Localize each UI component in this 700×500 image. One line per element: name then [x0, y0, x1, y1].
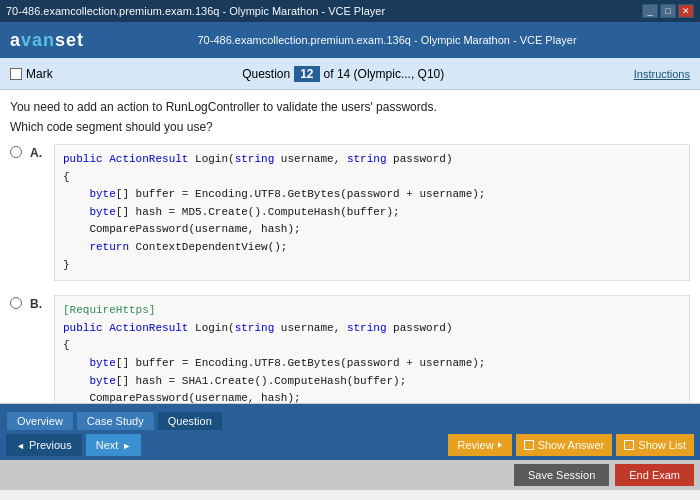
option-a-code: public ActionResult Login(string usernam… — [54, 144, 690, 281]
header-bar: avanset 70-486.examcollection.premium.ex… — [0, 22, 700, 58]
option-a: A. public ActionResult Login(string user… — [10, 144, 690, 281]
option-a-radio[interactable] — [10, 146, 22, 158]
review-arrow-icon — [498, 442, 502, 448]
review-label: Review — [458, 439, 494, 451]
question-text-line1: You need to add an action to RunLogContr… — [10, 98, 690, 116]
option-b-code: [RequireHttps] public ActionResult Login… — [54, 295, 690, 404]
show-list-button[interactable]: Show List — [616, 434, 694, 456]
nav-row: Previous Next Review Show Answer Show Li… — [0, 430, 700, 460]
question-nav: Question 12 of 14 (Olympic..., Q10) — [242, 66, 444, 82]
option-a-label: A. — [30, 146, 46, 160]
show-list-label: Show List — [638, 439, 686, 451]
show-answer-checkbox-icon — [524, 440, 534, 450]
instructions-link[interactable]: Instructions — [634, 68, 690, 80]
header-title: 70-486.examcollection.premium.exam.136q … — [84, 34, 690, 46]
app-title: 70-486.examcollection.premium.exam.136q … — [6, 5, 385, 17]
title-bar-left: 70-486.examcollection.premium.exam.136q … — [6, 5, 385, 17]
show-list-checkbox-icon — [624, 440, 634, 450]
tab-overview[interactable]: Overview — [6, 411, 74, 430]
option-b-label: B. — [30, 297, 46, 311]
mark-checkbox[interactable] — [10, 68, 22, 80]
question-text-line2: Which code segment should you use? — [10, 120, 690, 134]
mark-label: Mark — [26, 67, 53, 81]
tab-question[interactable]: Question — [157, 411, 223, 430]
minimize-button[interactable]: _ — [642, 4, 658, 18]
review-button[interactable]: Review — [448, 434, 512, 456]
logo: avanset — [10, 30, 84, 51]
maximize-button[interactable]: □ — [660, 4, 676, 18]
save-session-button[interactable]: Save Session — [514, 464, 609, 486]
option-b-radio[interactable] — [10, 297, 22, 309]
mark-area: Mark — [10, 67, 53, 81]
prev-button[interactable]: Previous — [6, 434, 82, 456]
question-label: Question — [242, 67, 290, 81]
option-b: B. [RequireHttps] public ActionResult Lo… — [10, 295, 690, 404]
question-header: Mark Question 12 of 14 (Olympic..., Q10)… — [0, 58, 700, 90]
prev-label: Previous — [29, 439, 72, 451]
next-label: Next — [96, 439, 119, 451]
title-bar: 70-486.examcollection.premium.exam.136q … — [0, 0, 700, 22]
main-content: You need to add an action to RunLogContr… — [0, 90, 700, 404]
question-number: 12 — [294, 66, 319, 82]
title-bar-controls: _ □ ✕ — [642, 4, 694, 18]
bottom-tabs: Overview Case Study Question — [0, 404, 700, 430]
show-answer-label: Show Answer — [538, 439, 605, 451]
action-row: Save Session End Exam — [0, 460, 700, 490]
end-exam-button[interactable]: End Exam — [615, 464, 694, 486]
next-button[interactable]: Next — [86, 434, 142, 456]
prev-arrow-icon — [16, 439, 25, 451]
question-of: of 14 (Olympic..., Q10) — [324, 67, 445, 81]
next-arrow-icon — [122, 439, 131, 451]
show-answer-button[interactable]: Show Answer — [516, 434, 613, 456]
close-button[interactable]: ✕ — [678, 4, 694, 18]
tab-casestudy[interactable]: Case Study — [76, 411, 155, 430]
